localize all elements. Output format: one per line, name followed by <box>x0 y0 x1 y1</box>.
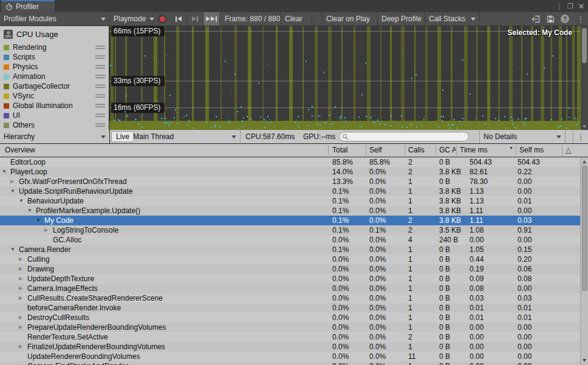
cpu-category-garbagecollector[interactable]: GarbageCollector <box>0 81 109 91</box>
toolbar-menu-button[interactable]: ⋮ <box>573 12 588 26</box>
table-row[interactable]: ▼BehaviourUpdate0.1%0.0%13.8 KB1.130.01 <box>0 196 580 206</box>
search-input[interactable] <box>349 132 460 141</box>
foldout-open-icon[interactable]: ▼ <box>19 196 27 206</box>
cpu-category-physics[interactable]: Physics <box>0 62 109 72</box>
table-row[interactable]: ▶FinalizeUpdateRendererBoundingVolumes0.… <box>0 342 580 352</box>
table-row[interactable]: ▼My Code0.1%0.0%23.8 KB1.110.03 <box>0 216 580 225</box>
cpu-chart[interactable]: 66ms (15FPS)33ms (30FPS)16ms (60FPS)Sele… <box>109 26 581 130</box>
table-row[interactable]: ▶UpdateDepthTexture0.0%0.0%10 B0.090.08 <box>0 274 580 284</box>
table-row[interactable]: RenderTexture.SetActive0.0%0.0%20 B0.000… <box>0 332 580 342</box>
foldout-open-icon[interactable]: ▼ <box>2 167 10 177</box>
table-row[interactable]: ▶PrepareUpdateRendererBoundingVolumes0.0… <box>0 322 580 332</box>
col-time-ms[interactable]: Time ms <box>460 144 488 157</box>
drag-handle-icon[interactable] <box>95 65 105 70</box>
foldout-closed-icon[interactable]: ▶ <box>19 313 27 322</box>
tab-profiler[interactable]: Profiler <box>1 0 55 12</box>
next-frame-button[interactable] <box>187 12 203 26</box>
foldout-closed-icon[interactable]: ▶ <box>19 264 27 274</box>
scroll-up-icon[interactable] <box>583 160 586 163</box>
playmode-dropdown[interactable]: Playmode <box>110 12 154 26</box>
foldout-closed-icon[interactable]: ▶ <box>19 274 27 284</box>
drag-handle-icon[interactable] <box>95 46 105 50</box>
cpu-category-rendering[interactable]: Rendering <box>0 43 109 52</box>
table-row[interactable]: beforeCameraRender.Invoke0.0%0.0%10 B0.0… <box>0 303 580 313</box>
foldout-closed-icon[interactable]: ▶ <box>19 254 27 264</box>
table-row[interactable]: ▼ProfilerMarkerExample.Update()0.1%0.0%1… <box>0 206 580 216</box>
call-stacks-dropdown[interactable]: Call Stacks <box>425 12 480 26</box>
table-row[interactable]: ▶Camera.FindStacksAndRender0.0%0.0%10 B0… <box>0 361 580 365</box>
table-row[interactable]: ▶Drawing0.0%0.0%10 B0.190.06 <box>0 264 580 274</box>
close-icon[interactable]: ✕ <box>576 2 587 11</box>
table-row[interactable]: ▶Culling0.0%0.0%10 B0.440.20 <box>0 254 580 264</box>
table-row[interactable]: ▶CullResults.CreateSharedRendererScene0.… <box>0 293 580 303</box>
table-row[interactable]: UpdateRendererBoundingVolumes0.0%0.0%110… <box>0 352 580 361</box>
cpu-category-ui[interactable]: UI <box>0 111 109 120</box>
chart-scrollbar-thumb[interactable] <box>582 28 587 63</box>
record-button[interactable] <box>157 14 167 24</box>
foldout-open-icon[interactable]: ▼ <box>10 186 19 196</box>
foldout-closed-icon[interactable]: ▶ <box>19 322 27 332</box>
save-profile-button[interactable] <box>543 12 558 26</box>
cpu-category-animation[interactable]: Animation <box>0 72 109 81</box>
window-menu-icon[interactable]: ⋮ <box>554 2 565 11</box>
drag-handle-icon[interactable] <box>95 94 105 99</box>
table-row[interactable]: ▶LogStringToConsole0.1%0.1%23.5 KB1.080.… <box>0 225 580 235</box>
search-field[interactable] <box>339 132 469 142</box>
table-row[interactable]: GC.Alloc0.0%0.0%4240 B0.000.00 <box>0 235 580 245</box>
view-mode-dropdown[interactable]: Hierarchy <box>0 130 110 143</box>
table-row[interactable]: ▼Update.ScriptRunBehaviourUpdate0.1%0.0%… <box>0 186 580 196</box>
details-dropdown[interactable]: No Details <box>479 130 566 143</box>
drag-handle-icon[interactable] <box>95 123 105 128</box>
foldout-closed-icon[interactable]: ▶ <box>19 342 27 352</box>
chart-sample-dot <box>369 118 369 118</box>
thread-dropdown[interactable]: Main Thread <box>129 130 241 143</box>
warning-column-icon[interactable]: △ <box>566 144 571 157</box>
table-row[interactable]: ▶Gfx.WaitForPresentOnGfxThread13.3%0.0%1… <box>0 177 580 186</box>
col-self-ms[interactable]: Self ms <box>519 144 544 157</box>
table-row[interactable]: EditorLoop85.8%85.8%20 B504.43504.43 <box>0 157 580 167</box>
col-gc-alloc[interactable]: GC Alloc <box>439 144 456 157</box>
first-frame-button[interactable] <box>171 12 187 26</box>
chart-scrollbar[interactable] <box>581 26 588 130</box>
foldout-closed-icon[interactable]: ▶ <box>44 225 53 235</box>
current-frame-button[interactable] <box>203 12 220 26</box>
scroll-down-icon[interactable] <box>583 359 586 362</box>
cpu-category-scripts[interactable]: Scripts <box>0 52 109 62</box>
table-row[interactable]: ▼Camera.Render0.1%0.0%10 B1.050.15 <box>0 245 580 254</box>
clear-button[interactable]: Clear <box>281 12 312 26</box>
col-self[interactable]: Self <box>369 144 382 157</box>
foldout-closed-icon[interactable]: ▶ <box>19 293 27 303</box>
foldout-open-icon[interactable]: ▼ <box>36 216 44 225</box>
foldout-closed-icon[interactable]: ▶ <box>19 361 27 365</box>
table-scrollbar[interactable] <box>580 157 588 365</box>
cpu-usage-module[interactable]: CPU CPU Usage <box>4 28 58 40</box>
foldout-closed-icon[interactable]: ▶ <box>10 177 19 186</box>
table-row[interactable]: ▶Camera.ImageEffects0.0%0.0%10 B0.080.00 <box>0 284 580 293</box>
col-calls[interactable]: Calls <box>408 144 425 157</box>
drag-handle-icon[interactable] <box>95 114 105 118</box>
deep-profile-button[interactable]: Deep Profile <box>378 12 425 26</box>
drag-handle-icon[interactable] <box>95 55 105 60</box>
chart-sample-dot <box>378 54 378 55</box>
table-row[interactable]: ▼PlayerLoop14.0%0.0%23.8 KB82.610.22 <box>0 167 580 177</box>
foldout-open-icon[interactable]: ▼ <box>10 245 19 254</box>
drag-handle-icon[interactable] <box>95 84 105 89</box>
cpu-category-vsync[interactable]: VSync <box>0 91 109 101</box>
maximize-icon[interactable]: ❒ <box>565 2 576 10</box>
table-scrollbar-thumb[interactable] <box>582 166 587 291</box>
foldout-closed-icon[interactable]: ▶ <box>19 284 27 293</box>
table-row[interactable]: ▶DestroyCullResults0.0%0.0%10 B0.010.01 <box>0 313 580 322</box>
foldout-open-icon[interactable]: ▼ <box>27 206 36 216</box>
hierarchy-menu-button[interactable]: ⋮ <box>573 130 588 143</box>
drag-handle-icon[interactable] <box>95 75 105 80</box>
load-profile-button[interactable] <box>528 12 543 26</box>
col-overview[interactable]: Overview <box>5 144 35 157</box>
drag-handle-icon[interactable] <box>95 104 105 109</box>
profiler-modules-dropdown[interactable]: Profiler Modules <box>0 12 110 26</box>
col-total[interactable]: Total <box>332 144 347 157</box>
clear-on-play-button[interactable]: Clear on Play <box>322 12 378 26</box>
help-button[interactable]: ? <box>558 12 572 26</box>
cpu-category-global-illumination[interactable]: Global Illumination <box>0 101 109 111</box>
chart-scroll-down-icon[interactable] <box>583 125 586 128</box>
cpu-category-others[interactable]: Others <box>0 120 109 130</box>
